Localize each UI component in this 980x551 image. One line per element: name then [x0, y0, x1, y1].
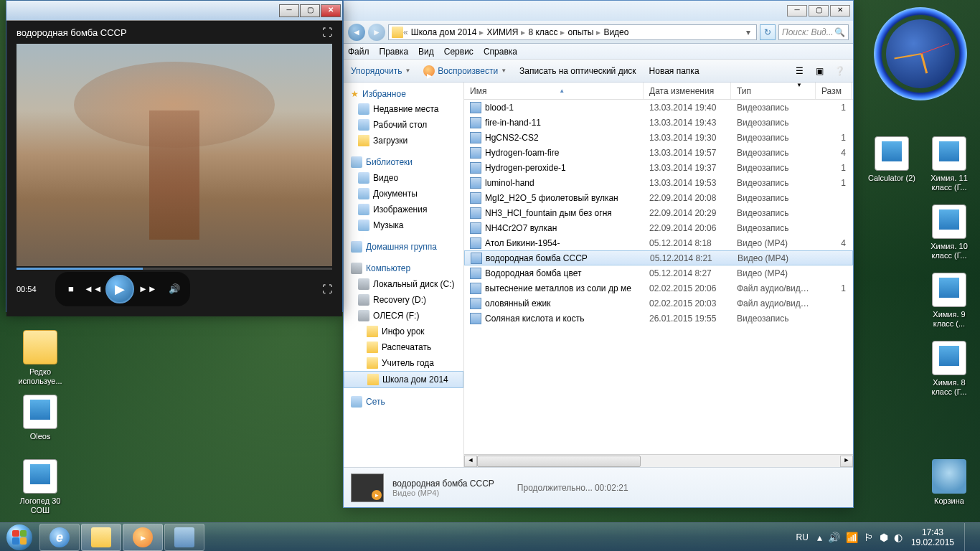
play-button[interactable]: Воспроизвести ▼ — [423, 65, 507, 77]
tray-icon[interactable]: ⬢ — [880, 532, 888, 543]
desktop-icon-logoped[interactable]: Логопед 30 СОШ — [13, 459, 67, 515]
explorer-titlebar[interactable]: ─ ▢ ✕ — [344, 1, 853, 21]
tray-icon[interactable]: ◐ — [894, 532, 903, 543]
prev-button[interactable]: ◄◄ — [84, 281, 101, 298]
menu-file[interactable]: Файл — [348, 47, 369, 57]
view-options-button[interactable]: ☰ ▼ — [793, 65, 806, 77]
menu-view[interactable]: Вид — [418, 47, 434, 57]
file-row[interactable]: Атол Бикини-1954-05.12.2014 8:18Видео (M… — [464, 235, 853, 250]
network-icon[interactable]: 📶 — [846, 532, 858, 543]
expand-icon[interactable]: ⛶ — [322, 27, 332, 38]
fullscreen-button[interactable]: ⛶ — [322, 283, 332, 295]
file-row[interactable]: Hydrogen-peroxide-113.03.2014 19:37Видео… — [464, 160, 853, 175]
col-size[interactable]: Разм — [816, 83, 852, 99]
tree-libraries[interactable]: Библиотеки — [344, 154, 463, 170]
file-row[interactable]: Соляная кислота и кость26.01.2015 19:55В… — [464, 311, 853, 326]
desktop-icon-chem8[interactable]: Химия. 8 класс (Г... — [922, 341, 976, 397]
minimize-button[interactable]: ─ — [279, 4, 299, 17]
tree-drive-c[interactable]: Локальный диск (C:) — [344, 276, 463, 292]
desktop-icon-rarely-used[interactable]: Редко используе... — [13, 330, 67, 386]
refresh-button[interactable]: ↻ — [760, 24, 776, 40]
file-row[interactable]: NH3_HCl_fountain дым без огня22.09.2014 … — [464, 205, 853, 220]
taskbar-app[interactable] — [164, 524, 204, 551]
desktop-icon-calculator[interactable]: Calculator (2) — [864, 136, 919, 183]
tray-chevron-icon[interactable]: ▴ — [817, 532, 822, 543]
col-type[interactable]: Тип — [731, 83, 816, 99]
close-button[interactable]: ✕ — [830, 5, 850, 17]
file-row[interactable]: blood-113.03.2014 19:40Видеозапись1 — [464, 100, 853, 115]
maximize-button[interactable]: ▢ — [809, 5, 829, 17]
tree-documents[interactable]: Документы — [344, 186, 463, 202]
breadcrumb[interactable]: « Школа дом 2014▸ ХИМИЯ▸ 8 класс▸ опыты▸… — [388, 24, 757, 40]
tree-drive-d[interactable]: Recovery (D:) — [344, 292, 463, 308]
scroll-track[interactable] — [477, 456, 840, 467]
taskbar-wmp[interactable] — [123, 524, 163, 551]
tree-downloads[interactable]: Загрузки — [344, 133, 463, 149]
file-row[interactable]: оловянный ежик02.02.2015 20:03Файл аудио… — [464, 296, 853, 311]
new-folder-button[interactable]: Новая папка — [649, 66, 699, 76]
tree-computer[interactable]: Компьютер — [344, 260, 463, 276]
tree-pictures[interactable]: Изображения — [344, 202, 463, 217]
organize-button[interactable]: Упорядочить ▼ — [351, 66, 410, 76]
desktop-icon-oleos[interactable]: Oleos — [13, 395, 67, 441]
scroll-left-button[interactable]: ◄ — [464, 456, 477, 467]
tree-folder-school[interactable]: Школа дом 2014 — [344, 371, 463, 388]
menu-edit[interactable]: Правка — [380, 47, 409, 57]
file-row[interactable]: Hydrogen-foam-fire13.03.2014 19:57Видеоз… — [464, 145, 853, 160]
tree-favorites[interactable]: ★Избранное — [344, 87, 463, 101]
desktop-icon-recycle[interactable]: Корзина — [922, 459, 976, 506]
search-input[interactable]: Поиск: Вид... 🔍 — [778, 24, 849, 40]
tree-drive-f[interactable]: ОЛЕСЯ (F:) — [344, 308, 463, 324]
clock-gadget[interactable] — [874, 7, 967, 100]
burn-button[interactable]: Записать на оптический диск — [519, 66, 636, 76]
maximize-button[interactable]: ▢ — [300, 4, 320, 17]
tree-desktop[interactable]: Рабочий стол — [344, 117, 463, 133]
tree-recent[interactable]: Недавние места — [344, 101, 463, 117]
col-name[interactable]: Имя▲ — [464, 83, 644, 99]
scroll-thumb[interactable] — [477, 456, 641, 467]
taskbar-ie[interactable] — [39, 524, 80, 551]
file-row[interactable]: Водородная бомба цвет05.12.2014 8:27Виде… — [464, 265, 853, 281]
file-row[interactable]: luminol-hand13.03.2014 19:53Видеозапись1 — [464, 175, 853, 190]
tree-folder-teacher[interactable]: Учитель года — [344, 355, 463, 371]
desktop-icon-chem9[interactable]: Химия. 9 класс (... — [922, 273, 976, 329]
volume-button[interactable]: 🔊 — [166, 281, 183, 298]
action-center-icon[interactable]: 🏳 — [864, 532, 874, 543]
col-date[interactable]: Дата изменения — [644, 83, 731, 99]
minimize-button[interactable]: ─ — [787, 5, 807, 17]
horizontal-scrollbar[interactable]: ◄ ► — [464, 454, 853, 467]
wmp-titlebar[interactable]: ─ ▢ ✕ — [6, 1, 342, 21]
tree-network[interactable]: Сеть — [344, 394, 463, 410]
taskbar-clock[interactable]: 17:43 19.02.2015 — [911, 527, 954, 547]
forward-button[interactable]: ► — [368, 24, 385, 41]
back-button[interactable]: ◄ — [348, 24, 365, 41]
language-indicator[interactable]: RU — [793, 532, 811, 542]
menu-tools[interactable]: Сервис — [444, 47, 473, 57]
close-button[interactable]: ✕ — [321, 4, 341, 17]
stop-button[interactable]: ■ — [62, 281, 80, 298]
desktop-icon-chem10[interactable]: Химия. 10 класс (Г... — [922, 204, 976, 260]
file-row[interactable]: вытеснение металлов из соли др ме02.02.2… — [464, 281, 853, 296]
file-row[interactable]: HgCNS2-CS213.03.2014 19:30Видеозапись1 — [464, 130, 853, 145]
menu-help[interactable]: Справка — [484, 47, 517, 57]
start-button[interactable] — [0, 523, 39, 552]
file-row[interactable]: NH4Cr2O7 вулкан22.09.2014 20:06Видеозапи… — [464, 220, 853, 235]
scroll-right-button[interactable]: ► — [840, 456, 853, 467]
chevron-down-icon[interactable]: ▾ — [743, 27, 753, 37]
taskbar-explorer[interactable] — [81, 524, 121, 551]
volume-icon[interactable]: 🔊 — [828, 532, 840, 543]
tree-music[interactable]: Музыка — [344, 217, 463, 233]
show-desktop-button[interactable] — [964, 523, 974, 552]
tree-folder-info[interactable]: Инфо урок — [344, 324, 463, 339]
play-button[interactable]: ▶ — [105, 275, 134, 303]
tree-folder-print[interactable]: Распечатать — [344, 339, 463, 355]
tree-homegroup[interactable]: Домашняя группа — [344, 239, 463, 255]
preview-pane-button[interactable]: ▣ — [813, 65, 826, 77]
progress-bar[interactable] — [17, 268, 332, 270]
video-area[interactable] — [17, 44, 332, 266]
tree-video[interactable]: Видео — [344, 170, 463, 186]
file-row[interactable]: fire-in-hand-1113.03.2014 19:43Видеозапи… — [464, 115, 853, 130]
file-row[interactable]: водородная бомба СССР05.12.2014 8:21Виде… — [464, 250, 853, 265]
next-button[interactable]: ►► — [138, 281, 156, 298]
help-button[interactable]: ❔ — [833, 65, 846, 77]
